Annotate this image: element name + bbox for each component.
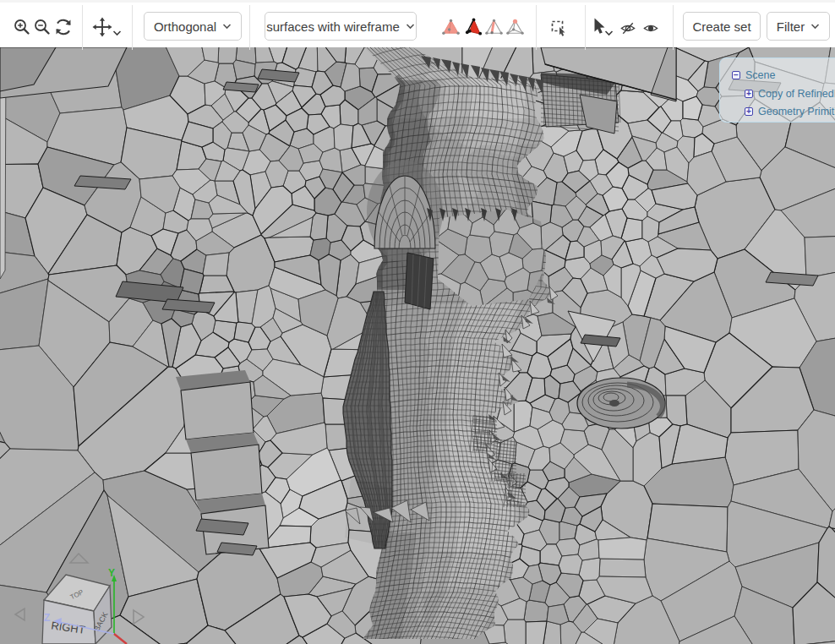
svg-text:Z: Z [44,612,50,624]
svg-text:Y: Y [108,567,115,579]
